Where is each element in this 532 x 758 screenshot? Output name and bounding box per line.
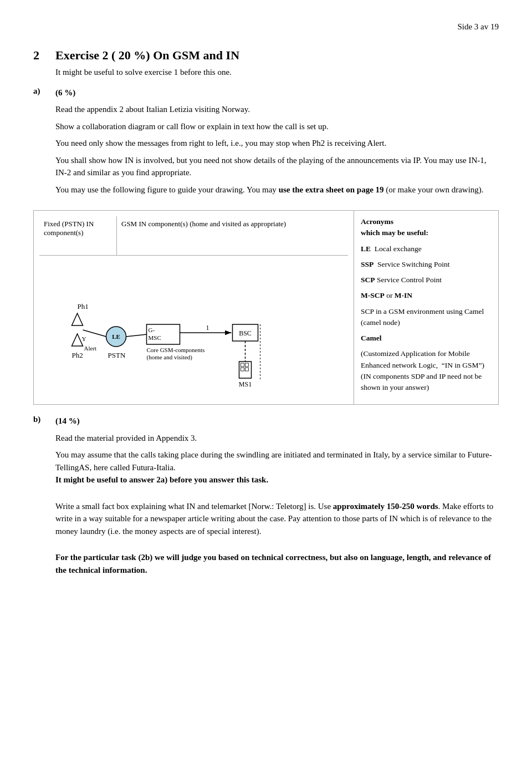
svg-rect-26 (245, 368, 249, 371)
figure-right: Acronymswhich may be useful: LE Local ex… (354, 211, 498, 404)
part-b-para3: Write a small fact box explaining what I… (55, 500, 499, 538)
part-a-para5: You may use the following figure to guid… (55, 184, 499, 196)
diagram-svg: Ph1 Y Alert Ph2 LE PSTN (44, 264, 344, 392)
acronym-camel-desc: (Customized Application for Mobile Enhan… (361, 348, 492, 393)
svg-text:MS1: MS1 (239, 380, 252, 388)
section-intro: It might be useful to solve exercise 1 b… (55, 66, 499, 79)
figure-left: Fixed (PSTN) IN component(s) GSM IN comp… (34, 211, 354, 404)
svg-text:Alert: Alert (84, 345, 97, 352)
svg-line-9 (83, 330, 106, 337)
acronym-mscp: M-SCP or M-IN (361, 290, 492, 301)
figure-top-row: Fixed (PSTN) IN component(s) GSM IN comp… (39, 216, 348, 256)
svg-text:BSC: BSC (239, 329, 252, 337)
svg-text:Ph1: Ph1 (78, 302, 89, 311)
svg-text:Ph2: Ph2 (72, 351, 83, 359)
page-header: Side 3 av 19 (33, 22, 499, 32)
svg-text:PSTN: PSTN (108, 351, 126, 359)
svg-rect-24 (245, 363, 249, 367)
part-a-label: a) (33, 87, 55, 201)
part-b-para1: Read the material provided in Appendix 3… (55, 432, 499, 445)
page-number: Side 3 av 19 (457, 22, 499, 31)
acronyms-title: Acronymswhich may be useful: (361, 217, 428, 237)
figure-diagram: Ph1 Y Alert Ph2 LE PSTN (39, 260, 348, 399)
svg-line-15 (126, 334, 147, 337)
part-a-para3: You need only show the messages from rig… (55, 137, 499, 150)
figure-container: Fixed (PSTN) IN component(s) GSM IN comp… (33, 210, 499, 405)
svg-text:Y: Y (82, 335, 86, 342)
part-b-para4: For the particular task (2b) we will jud… (55, 551, 499, 576)
svg-text:MSC: MSC (149, 334, 161, 341)
acronym-scp: SCP Service Control Point (361, 274, 492, 286)
part-a-percent: (6 %) (55, 87, 499, 99)
part-b-percent: (14 %) (55, 415, 499, 428)
section-number: 2 (33, 48, 55, 63)
figure-top-cell1: Fixed (PSTN) IN component(s) (39, 216, 117, 255)
svg-marker-2 (72, 334, 83, 346)
svg-text:Core GSM-components: Core GSM-components (147, 347, 205, 353)
acronym-ssp: SSP Service Switching Point (361, 259, 492, 270)
svg-rect-25 (241, 368, 244, 371)
svg-rect-23 (241, 363, 244, 367)
part-a-para4: You shall show how IN is involved, but y… (55, 154, 499, 179)
figure-top-cell2: GSM IN component(s) (home and visited as… (117, 216, 348, 255)
svg-text:1: 1 (206, 324, 209, 332)
part-b-label: b) (33, 415, 55, 581)
svg-marker-1 (72, 313, 83, 325)
acronym-camel: Camel (361, 333, 492, 344)
part-a-para1: Read the appendix 2 about Italian Letizi… (55, 103, 499, 116)
acronym-le: LE Local exchange (361, 243, 492, 255)
svg-text:(home and visited): (home and visited) (147, 354, 193, 361)
svg-text:G-: G- (149, 327, 155, 333)
part-a-para2: Show a collaboration diagram or call flo… (55, 120, 499, 133)
part-b-para2: You may assume that the calls taking pla… (55, 449, 499, 486)
svg-text:LE: LE (112, 333, 120, 340)
section-title: Exercise 2 ( 20 %) On GSM and IN (55, 48, 239, 63)
acronym-mscp-desc: SCP in a GSM environment using Camel (ca… (361, 306, 492, 329)
